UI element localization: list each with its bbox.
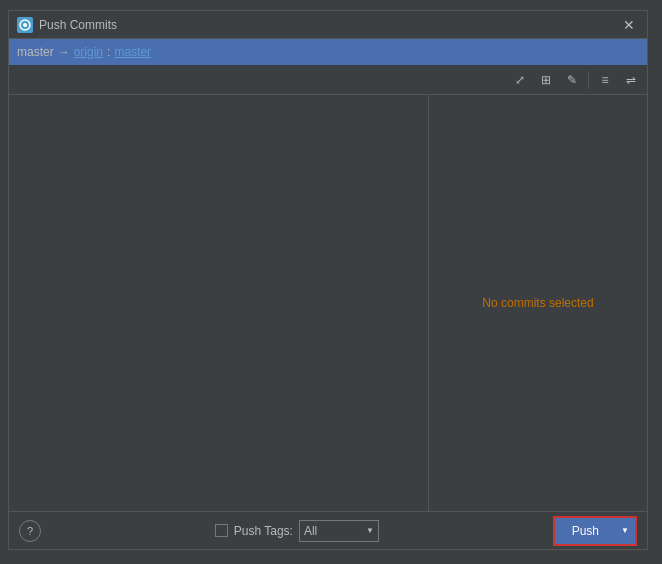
branch-arrow: → xyxy=(58,45,70,59)
branch-bar: master → origin : master xyxy=(9,39,647,65)
expand-icon[interactable]: ⤢ xyxy=(508,68,532,92)
dropdown-value: All xyxy=(304,524,317,538)
main-content: No commits selected xyxy=(9,95,647,511)
push-tags-dropdown[interactable]: All ▼ xyxy=(299,520,379,542)
title-bar-left: Push Commits xyxy=(17,17,117,33)
edit-icon[interactable]: ✎ xyxy=(560,68,584,92)
branch-separator: : xyxy=(107,45,110,59)
dropdown-arrow-icon: ▼ xyxy=(366,526,374,535)
align-right-icon[interactable]: ⇌ xyxy=(619,68,643,92)
toolbar: ⤢ ⊞ ✎ ≡ ⇌ xyxy=(9,65,647,95)
push-button-wrapper: Push ▼ xyxy=(553,516,637,546)
push-tags-area: Push Tags: All ▼ xyxy=(215,520,379,542)
bottom-bar: ? Push Tags: All ▼ Push ▼ xyxy=(9,511,647,549)
help-button[interactable]: ? xyxy=(19,520,41,542)
push-dropdown-button[interactable]: ▼ xyxy=(615,518,635,544)
no-commits-label: No commits selected xyxy=(482,296,593,310)
push-tags-checkbox[interactable] xyxy=(215,524,228,537)
commits-list-panel xyxy=(9,95,429,511)
close-button[interactable]: ✕ xyxy=(619,15,639,35)
remote-link[interactable]: origin xyxy=(74,45,103,59)
push-button[interactable]: Push xyxy=(555,518,615,544)
push-tags-label: Push Tags: xyxy=(234,524,293,538)
git-icon xyxy=(17,17,33,33)
window-title: Push Commits xyxy=(39,18,117,32)
toolbar-separator xyxy=(588,71,589,89)
source-branch: master xyxy=(17,45,54,59)
svg-point-1 xyxy=(23,23,27,27)
action-buttons-area: Push ▼ xyxy=(553,516,637,546)
push-commits-dialog: Push Commits ✕ master → origin : master … xyxy=(8,10,648,550)
target-branch-link[interactable]: master xyxy=(114,45,151,59)
grid-icon[interactable]: ⊞ xyxy=(534,68,558,92)
commit-detail-panel: No commits selected xyxy=(429,95,647,511)
align-left-icon[interactable]: ≡ xyxy=(593,68,617,92)
title-bar: Push Commits ✕ xyxy=(9,11,647,39)
